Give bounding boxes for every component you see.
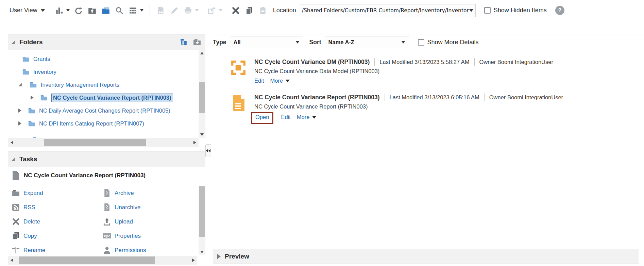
tree-item-label-selected[interactable]: NC Cycle Count Variance Report (RPTIN003… [51,94,173,102]
tree-item-nc-daily-average-cost-changes[interactable]: NC Daily Average Cost Changes Report (RP… [8,104,205,117]
task-delete[interactable]: Delete [12,217,103,226]
task-link-label[interactable]: Properties [115,233,141,239]
preview-section-header[interactable]: Preview [213,249,639,264]
collapse-left-icon [206,149,208,152]
task-link-label[interactable]: Upload [115,218,133,225]
tree-item-inventory-management-reports[interactable]: Inventory Management Reports [8,78,205,91]
task-link-label[interactable]: Unarchive [115,204,141,211]
collapse-left-icon [208,149,210,152]
tree-item-label[interactable]: Grants [33,56,50,62]
type-dropdown[interactable]: All [230,36,303,48]
tasks-panel-title: Tasks [19,155,37,163]
tree-item-grants[interactable]: Grants [8,52,205,65]
chart-new-button[interactable] [53,5,65,16]
main-toolbar: User View Location [0,0,644,21]
task-link-label[interactable]: Rename [23,247,45,254]
tasks-panel: NC Cycle Count Variance Report (RPTIN003… [8,167,205,265]
tasks-selected-item: NC Cycle Count Variance Report (RPTIN003… [8,167,205,184]
panel-collapse-handle[interactable] [205,144,211,157]
tree-item-label[interactable]: Inventory [33,69,56,75]
tree-item-label[interactable]: NC Daily Average Cost Changes Report (RP… [39,107,170,114]
scrollbar-thumb[interactable] [199,186,205,237]
search-button[interactable] [114,5,125,16]
chart-new-dropdown-icon[interactable] [66,9,70,12]
more-link[interactable]: More [270,78,283,84]
scroll-right-icon[interactable] [193,141,196,144]
task-link-label[interactable]: RSS [23,204,35,211]
tree-item-nc-dpi-items-catalog[interactable]: NC DPI Items Catalog Report (RPTIN007) [8,117,205,130]
scroll-left-icon[interactable] [11,141,13,144]
scroll-down-icon[interactable] [200,133,204,136]
open-link[interactable]: Open [255,114,269,120]
location-dropdown[interactable] [299,4,476,17]
task-link-label[interactable]: Delete [23,218,40,225]
new-folder-icon[interactable] [193,38,201,46]
sort-dropdown[interactable]: Name A-Z [325,36,409,48]
task-link-label[interactable]: Permissions [115,247,146,254]
item-description: NC Cycle Count Variance Data Model (RPTI… [254,68,553,74]
location-input[interactable] [302,7,469,14]
collapse-triangle-icon[interactable] [12,40,15,44]
help-button[interactable]: ? [555,6,564,15]
upload-folder-button[interactable] [86,5,98,16]
share-icon [207,6,216,15]
edit-link[interactable]: Edit [254,78,264,84]
collapsed-triangle-icon[interactable] [18,121,21,126]
task-rss[interactable]: RSS [12,203,103,212]
expand-triangle-icon[interactable] [18,83,22,86]
folders-panel-header[interactable]: Folders [8,34,205,50]
task-upload[interactable]: Upload [103,217,205,226]
item-title[interactable]: NC Cycle Count Variance DM (RPTIN003) [254,59,370,66]
tree-item-label[interactable]: NC DPI Items Catalog Report (RPTIN007) [39,120,144,127]
scroll-left-icon[interactable] [11,259,13,262]
folder-tree-view-icon[interactable] [180,38,188,46]
show-more-details-checkbox[interactable] [418,39,424,46]
task-link-label[interactable]: Archive [115,190,134,197]
location-dropdown-icon[interactable] [469,9,473,12]
user-view-dropdown[interactable]: User View [10,7,45,14]
item-title[interactable]: NC Cycle Count Variance Report (RPTIN003… [254,94,380,101]
list-view-button[interactable] [127,5,139,16]
tree-horizontal-scrollbar[interactable] [8,138,199,147]
scrollbar-thumb[interactable] [19,256,155,264]
scroll-down-icon[interactable] [200,251,204,253]
edit-link[interactable]: Edit [281,114,290,120]
scroll-right-icon[interactable] [192,259,195,262]
copy-folder-button[interactable] [100,5,112,16]
chevron-down-icon [41,9,45,12]
tree-vertical-scrollbar[interactable] [199,50,205,138]
task-expand[interactable]: Expand [12,189,103,197]
tasks-vertical-scrollbar[interactable] [199,186,205,255]
task-link-label[interactable]: Copy [23,233,37,239]
more-dropdown-icon[interactable] [286,80,290,82]
task-link-label[interactable]: Expand [23,190,43,197]
more-link[interactable]: More [297,114,310,120]
task-rename[interactable]: Rename [12,246,103,254]
collapsed-triangle-icon[interactable] [18,109,21,113]
more-dropdown-icon[interactable] [312,116,316,119]
task-permissions[interactable]: Permissions [103,246,205,254]
task-copy[interactable]: Copy [12,232,103,240]
delete-button[interactable] [230,5,241,16]
copy-button[interactable] [243,5,255,16]
tasks-panel-header[interactable]: Tasks [8,151,205,167]
scroll-up-icon[interactable] [200,52,204,54]
task-archive[interactable]: Archive [103,189,205,197]
collapsed-triangle-icon[interactable] [31,96,34,100]
tree-item-inventory[interactable]: Inventory [8,65,205,78]
view-dropdown-icon[interactable] [140,9,143,12]
collapse-triangle-icon[interactable] [12,157,15,161]
tasks-horizontal-scrollbar[interactable] [8,256,197,265]
scrollbar-thumb[interactable] [44,139,146,146]
filter-row: Type All Sort Name A-Z Show More Details [213,34,644,50]
schedule-button-disabled [155,5,167,16]
refresh-button[interactable] [73,5,84,16]
chevron-down-icon [401,41,405,44]
show-hidden-checkbox[interactable] [484,7,491,14]
expand-right-icon[interactable] [217,254,221,259]
tree-item-nc-cycle-count-variance-report[interactable]: NC Cycle Count Variance Report (RPTIN003… [8,91,205,104]
task-unarchive[interactable]: Unarchive [103,203,205,212]
scrollbar-thumb[interactable] [199,82,205,113]
task-properties[interactable]: xyz Properties [103,232,205,240]
tree-item-label[interactable]: Inventory Management Reports [41,82,119,88]
